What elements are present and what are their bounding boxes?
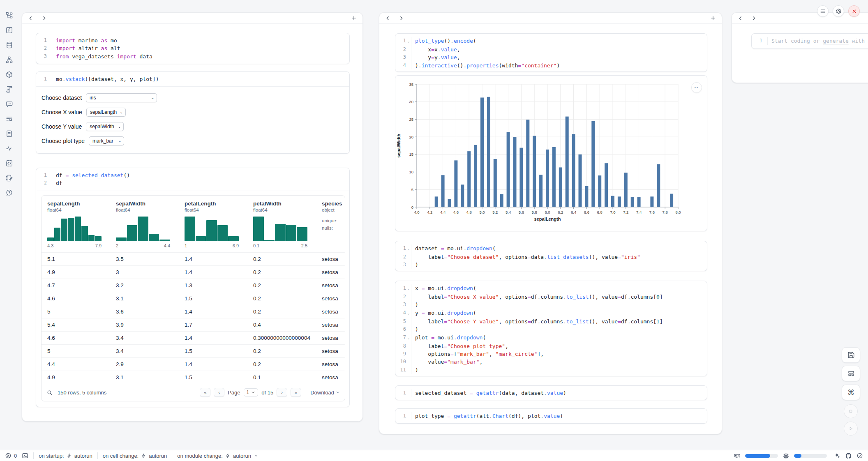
histogram-bar [95, 236, 102, 241]
bar-4.7 [461, 184, 464, 207]
status-check-button[interactable] [856, 452, 863, 459]
close-icon[interactable] [848, 5, 860, 17]
selected-dataset-cell[interactable]: 1selected_dataset = getattr(data, datase… [395, 385, 707, 400]
plot-type-cell[interactable]: 1plot_type = getattr(alt.Chart(df), plot… [395, 408, 707, 424]
table-cell: 5.1 [42, 256, 110, 262]
first-page-button[interactable]: « [200, 388, 210, 397]
errors-indicator[interactable]: 0 [5, 452, 17, 459]
save-button[interactable] [842, 347, 860, 363]
column-header-petalWidth[interactable]: petalWidthfloat640.12.5 [247, 196, 316, 252]
table-cell: setosa [316, 282, 345, 288]
code-line: 4⌄y = mo.ui.dropdown( [395, 309, 707, 318]
column-header-sepalWidth[interactable]: sepalWidthfloat6424.4 [110, 196, 179, 252]
add-column-button[interactable] [351, 15, 357, 21]
download-button[interactable]: Download [310, 390, 340, 396]
terminal-button[interactable] [22, 452, 28, 459]
column-prev-button[interactable] [28, 16, 33, 21]
column-prev-button[interactable] [385, 16, 390, 21]
code-editor[interactable]: 1import marimo as mo2import altair as al… [36, 33, 349, 64]
xy-plot-dropdowns-cell[interactable]: 1⌄x = mo.ui.dropdown(2 label="Choose X v… [395, 281, 707, 376]
fold-toggle[interactable]: ⌄ [406, 309, 411, 318]
run-button[interactable] [844, 422, 858, 436]
logs-icon[interactable] [4, 85, 14, 93]
table-cell: 5 [42, 309, 110, 315]
line-number: 7 [395, 334, 406, 342]
fold-toggle[interactable]: ⌄ [406, 244, 411, 253]
dataframe-cell[interactable]: 1df = selected_dataset()2dfsepalLengthfl… [36, 168, 350, 407]
scratchpad-placeholder[interactable]: Start coding or generate with AI [771, 37, 868, 45]
line-number: 1 [395, 244, 406, 253]
layout-button[interactable] [842, 366, 860, 381]
code-editor[interactable]: 1plot_type = getattr(alt.Chart(df), plot… [395, 409, 707, 423]
dataset-dropdown-cell[interactable]: 1⌄dataset = mo.ui.dropdown(2 label="Choo… [395, 241, 707, 271]
imports-cell[interactable]: 1import marimo as mo2import altair as al… [36, 33, 350, 64]
explorer-icon[interactable] [4, 12, 14, 19]
tracing-icon[interactable] [4, 145, 14, 152]
packages-icon[interactable] [4, 71, 14, 78]
column-next-button[interactable] [751, 16, 757, 21]
on-startup-config[interactable]: on startup: autorun [39, 453, 92, 459]
dropdown-dataset[interactable]: iris⌄ [86, 93, 157, 102]
table-cell: 1.7 [179, 322, 247, 328]
scratchpad-icon[interactable] [4, 174, 14, 182]
column-header-petalLength[interactable]: petalLengthfloat6416.9 [179, 196, 247, 252]
outline-icon[interactable] [4, 115, 14, 123]
column-prev-button[interactable] [738, 16, 743, 21]
fold-toggle [47, 53, 52, 60]
search-icon[interactable] [46, 390, 53, 396]
code-editor[interactable]: 1df = selected_dataset()2df [36, 168, 349, 191]
functions-icon[interactable] [4, 26, 14, 34]
ai-sparkles-button[interactable] [834, 452, 840, 459]
snippets-icon[interactable] [4, 159, 14, 167]
fold-toggle[interactable]: ⌄ [406, 284, 411, 293]
chat-icon[interactable] [4, 100, 14, 108]
bar-6.3 [566, 117, 569, 207]
dependencies-icon[interactable] [4, 56, 14, 64]
on-module-change-config[interactable]: on module change: autorun [177, 453, 259, 459]
histogram-bar [185, 217, 195, 241]
settings-gear-button[interactable] [833, 5, 844, 17]
feedback-icon[interactable] [4, 189, 14, 197]
add-column-button[interactable] [710, 15, 716, 21]
fold-toggle[interactable]: ⌄ [406, 334, 411, 342]
menu-button[interactable] [817, 5, 829, 17]
dropdown-y-value[interactable]: sepalWidth⌄ [86, 122, 124, 131]
code-editor[interactable]: 1⌄x = mo.ui.dropdown(2 label="Choose X v… [395, 281, 707, 376]
errors-count: 0 [14, 453, 17, 459]
vstack-cell[interactable]: 1mo.vstack([dataset, x, y, plot])Choose … [36, 71, 350, 154]
plot-cell[interactable]: 1⌄plot_type().encode(2 x=x.value,3 y=y.v… [395, 33, 707, 72]
range-max: 6.9 [233, 243, 239, 248]
code-editor[interactable]: 1selected_dataset = getattr(data, datase… [395, 386, 707, 400]
code-editor[interactable]: 1⌄plot_type().encode(2 x=x.value,3 y=y.v… [395, 34, 707, 72]
bar-5.6 [519, 148, 523, 207]
generate-with-ai-link[interactable]: generate [823, 38, 849, 44]
code-editor[interactable]: 1mo.vstack([dataset, x, y, plot]) [36, 72, 349, 86]
column-next-button[interactable] [399, 16, 404, 21]
stop-button[interactable] [844, 404, 858, 418]
table-cell: 3.2 [110, 282, 179, 288]
next-page-button[interactable]: › [277, 388, 287, 397]
keyboard-shortcuts-button[interactable]: ⌘ [842, 385, 860, 400]
stat-line: unique: [322, 217, 345, 225]
table-cell: 3.4 [110, 348, 179, 354]
prev-page-button[interactable]: ‹ [214, 388, 224, 397]
table-cell: 1.4 [179, 335, 247, 341]
datasources-icon[interactable] [4, 41, 14, 49]
code-editor[interactable]: 1⌄dataset = mo.ui.dropdown(2 label="Choo… [395, 241, 707, 271]
chart-menu-button[interactable]: •• [691, 82, 702, 93]
page-select[interactable]: 1 [244, 388, 259, 396]
dropdown-x-value[interactable]: sepalLength⌄ [86, 108, 126, 117]
fold-toggle[interactable]: ⌄ [406, 37, 411, 46]
scratchpad-cell[interactable]: 1 Start coding or generate with AI [751, 33, 868, 49]
table-cell: setosa [316, 361, 345, 367]
github-icon[interactable] [845, 452, 852, 459]
table-row: 4.63.41.40.30000000000000004setosa [42, 331, 345, 344]
column-header-sepalLength[interactable]: sepalLengthfloat644.37.9 [42, 196, 110, 252]
documentation-icon[interactable] [4, 130, 14, 138]
dropdown-plot-type[interactable]: mark_bar⌄ [89, 136, 124, 145]
last-page-button[interactable]: » [291, 388, 301, 397]
column-header-species[interactable]: speciesobjectunique:nulls: [316, 196, 345, 252]
column-next-button[interactable] [42, 16, 47, 21]
code-line: 1⌄dataset = mo.ui.dropdown( [395, 244, 707, 253]
on-cell-change-config[interactable]: on cell change: autorun [103, 453, 167, 459]
